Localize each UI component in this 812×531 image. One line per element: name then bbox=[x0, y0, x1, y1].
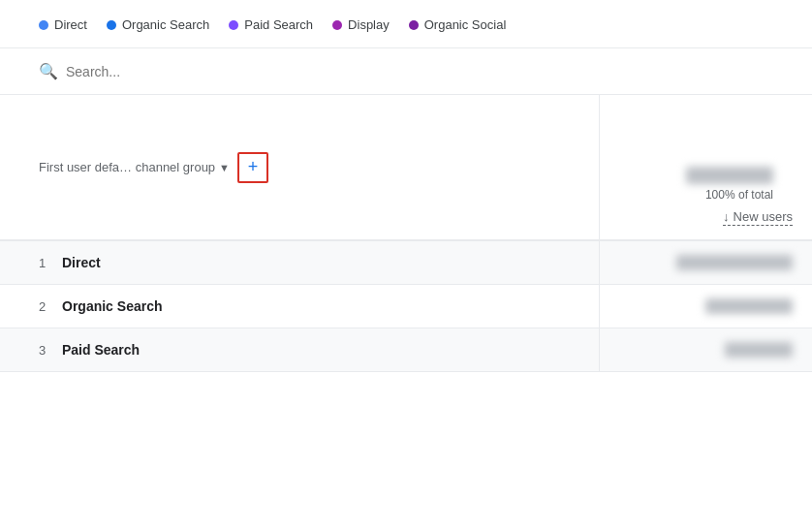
data-table: First user defa… channel group ▼ + 100% … bbox=[0, 95, 812, 372]
legend-label: Display bbox=[348, 17, 390, 32]
metric-down-icon: ↓ bbox=[723, 209, 730, 224]
legend-dot bbox=[332, 20, 342, 30]
dimension-column-header: First user defa… channel group ▼ + bbox=[0, 139, 599, 197]
table-row[interactable]: 3Paid Search bbox=[0, 328, 812, 372]
blurred-metric-bar bbox=[676, 255, 793, 270]
metric-title[interactable]: ↓ New users bbox=[723, 209, 793, 226]
blurred-metric-bar bbox=[725, 342, 793, 358]
table-header: First user defa… channel group ▼ + 100% … bbox=[0, 95, 812, 241]
table-body: 1Direct2Organic Search3Paid Search bbox=[0, 241, 812, 372]
legend-dot bbox=[229, 20, 238, 30]
dropdown-arrow-icon: ▼ bbox=[219, 162, 230, 173]
metric-column-header: 100% of total ↓ New users bbox=[599, 95, 812, 239]
search-icon: 🔍 bbox=[39, 62, 58, 80]
legend-item-organic-search[interactable]: Organic Search bbox=[107, 17, 209, 32]
dimension-label: First user defa… channel group bbox=[39, 160, 215, 174]
dimension-dropdown[interactable]: First user defa… channel group ▼ bbox=[39, 160, 230, 174]
total-bar-segment-1 bbox=[686, 167, 773, 184]
total-percent-label: 100% of total bbox=[705, 188, 793, 202]
add-dimension-button[interactable]: + bbox=[237, 152, 268, 183]
legend-item-organic-social[interactable]: Organic Social bbox=[409, 17, 507, 32]
row-channel-name: Direct bbox=[50, 241, 599, 284]
legend-dot bbox=[107, 20, 116, 30]
legend-label: Paid Search bbox=[244, 17, 313, 32]
search-bar: 🔍 bbox=[0, 48, 812, 95]
legend-item-paid-search[interactable]: Paid Search bbox=[229, 17, 313, 32]
search-input[interactable] bbox=[66, 64, 773, 79]
legend-item-display[interactable]: Display bbox=[332, 17, 390, 32]
row-metric-value bbox=[599, 285, 812, 328]
legend-label: Direct bbox=[54, 17, 87, 32]
legend-item-direct[interactable]: Direct bbox=[39, 17, 87, 32]
legend-dot bbox=[39, 20, 48, 30]
legend-label: Organic Search bbox=[122, 17, 209, 32]
row-rank: 1 bbox=[0, 242, 50, 284]
table-row[interactable]: 1Direct bbox=[0, 241, 812, 285]
legend-dot bbox=[409, 20, 419, 30]
blurred-metric-bar bbox=[705, 298, 793, 314]
metric-name-label: New users bbox=[734, 209, 793, 224]
total-bar-area bbox=[686, 167, 793, 184]
row-channel-name: Paid Search bbox=[50, 328, 599, 371]
legend: DirectOrganic SearchPaid SearchDisplayOr… bbox=[0, 0, 812, 48]
row-rank: 2 bbox=[0, 286, 50, 328]
row-channel-name: Organic Search bbox=[50, 285, 599, 328]
row-rank: 3 bbox=[0, 329, 50, 371]
legend-label: Organic Social bbox=[424, 17, 507, 32]
row-metric-value bbox=[599, 241, 812, 284]
row-metric-value bbox=[599, 328, 812, 371]
table-row[interactable]: 2Organic Search bbox=[0, 285, 812, 328]
